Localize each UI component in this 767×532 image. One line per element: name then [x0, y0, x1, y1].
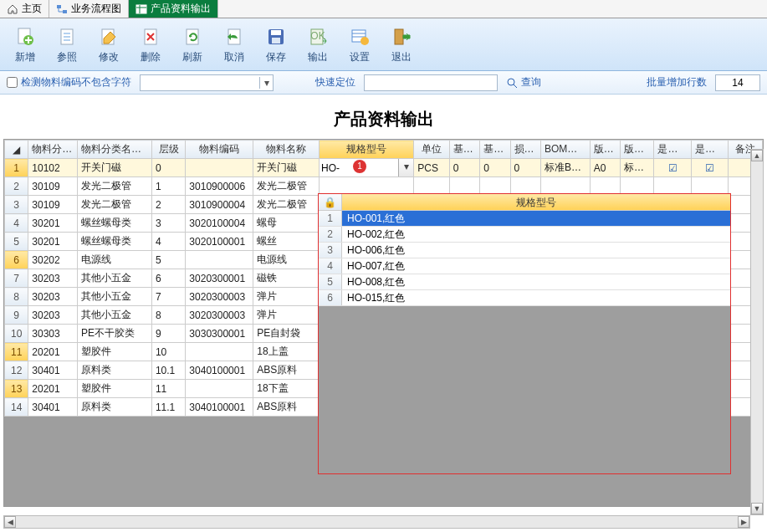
- col-level[interactable]: 层级: [151, 141, 185, 159]
- cell[interactable]: 0: [449, 159, 479, 177]
- cell[interactable]: 30201: [28, 233, 78, 251]
- cell[interactable]: 9: [151, 325, 185, 343]
- col-material-code[interactable]: 物料编码: [186, 141, 253, 159]
- row-number[interactable]: 2: [5, 177, 28, 196]
- cell[interactable]: 8: [151, 306, 185, 325]
- cell[interactable]: 0: [510, 159, 540, 177]
- batch-rows-input[interactable]: [715, 74, 760, 91]
- checkbox-cell[interactable]: ☑: [654, 159, 691, 177]
- cell[interactable]: 塑胶件: [77, 343, 151, 361]
- cell[interactable]: 20201: [28, 380, 78, 398]
- cell[interactable]: 标准版: [621, 159, 654, 177]
- char-combo[interactable]: ▾: [140, 74, 274, 91]
- cell[interactable]: 开关门磁: [77, 159, 151, 177]
- col-base-qty[interactable]: 基本用量: [449, 141, 479, 159]
- cell[interactable]: 6: [151, 269, 185, 288]
- cell[interactable]: 螺丝螺母类: [77, 233, 151, 251]
- cell[interactable]: 塑胶件: [77, 380, 151, 398]
- cell[interactable]: 30401: [28, 361, 78, 380]
- cell[interactable]: 4: [151, 233, 185, 251]
- add-button[interactable]: 新增: [5, 22, 45, 67]
- cell[interactable]: A0: [590, 159, 620, 177]
- cell[interactable]: 30401: [28, 398, 78, 417]
- cell[interactable]: 30201: [28, 214, 78, 233]
- reference-button[interactable]: 参照: [47, 22, 87, 67]
- row-number[interactable]: 9: [5, 306, 28, 325]
- save-button[interactable]: 保存: [256, 22, 296, 67]
- row-number[interactable]: 5: [5, 233, 28, 251]
- cell[interactable]: [186, 251, 253, 269]
- dropdown-item[interactable]: 2HO-002,红色: [319, 227, 730, 243]
- col-version[interactable]: 版本号: [590, 141, 620, 159]
- cell[interactable]: 发光二极管: [253, 177, 320, 196]
- row-number[interactable]: 10: [5, 325, 28, 343]
- cell[interactable]: 弹片: [253, 288, 320, 306]
- row-number[interactable]: 6: [5, 251, 28, 269]
- row-number[interactable]: 4: [5, 214, 28, 233]
- search-button[interactable]: 查询: [506, 75, 541, 90]
- cell[interactable]: 1: [151, 177, 185, 196]
- cell[interactable]: 10.1: [151, 361, 185, 380]
- col-loss-rate[interactable]: 损耗率: [510, 141, 540, 159]
- cell[interactable]: 3020300003: [186, 306, 253, 325]
- dropdown-item[interactable]: 4HO-007,红色: [319, 258, 730, 274]
- col-spec-model[interactable]: 规格型号: [320, 141, 414, 159]
- cancel-button[interactable]: 取消: [214, 22, 254, 67]
- cell[interactable]: PE自封袋: [253, 325, 320, 343]
- row-number[interactable]: 7: [5, 269, 28, 288]
- cell[interactable]: 其他小五金: [77, 269, 151, 288]
- cell[interactable]: 3010900006: [186, 177, 253, 196]
- delete-button[interactable]: 删除: [130, 22, 171, 67]
- cell[interactable]: 原料类: [77, 398, 151, 417]
- cell[interactable]: ABS原料: [253, 361, 320, 380]
- cell[interactable]: 螺母: [253, 214, 320, 233]
- cell[interactable]: 发光二极管: [77, 196, 151, 214]
- cell[interactable]: 螺丝螺母类: [77, 214, 151, 233]
- cell[interactable]: 18上盖: [253, 343, 320, 361]
- row-number[interactable]: 8: [5, 288, 28, 306]
- cell[interactable]: PE不干胶类: [77, 325, 151, 343]
- checkbox-cell[interactable]: ☑: [691, 159, 728, 177]
- cell[interactable]: 10: [151, 343, 185, 361]
- col-is-new-bom[interactable]: 是否新BOM: [654, 141, 691, 159]
- col-unit[interactable]: 单位: [414, 141, 449, 159]
- dropdown-item[interactable]: 1HO-001,红色: [319, 211, 730, 227]
- row-number[interactable]: 3: [5, 196, 28, 214]
- edit-button[interactable]: 修改: [89, 22, 129, 67]
- cell[interactable]: [186, 159, 253, 177]
- cell[interactable]: 30109: [28, 177, 78, 196]
- cell[interactable]: 18下盖: [253, 380, 320, 398]
- cell[interactable]: 开关门磁: [253, 159, 320, 177]
- row-number[interactable]: 14: [5, 398, 28, 417]
- tab-product-output[interactable]: 产品资料输出: [129, 0, 218, 18]
- check-material-code-input[interactable]: [7, 77, 18, 88]
- cell[interactable]: 0: [151, 159, 185, 177]
- col-bom-type[interactable]: BOM类型: [541, 141, 591, 159]
- cell[interactable]: 3040100001: [186, 361, 253, 380]
- col-version-desc[interactable]: 版本说明: [621, 141, 654, 159]
- row-number[interactable]: 11: [5, 343, 28, 361]
- cell[interactable]: 10102: [28, 159, 78, 177]
- cell[interactable]: 发光二极管: [77, 177, 151, 196]
- cell[interactable]: 电源线: [77, 251, 151, 269]
- cell[interactable]: 3020300001: [186, 269, 253, 288]
- dropdown-item[interactable]: 3HO-006,红色: [319, 243, 730, 258]
- cell[interactable]: 3020100001: [186, 233, 253, 251]
- cell[interactable]: 30303: [28, 325, 78, 343]
- cell[interactable]: 11: [151, 380, 185, 398]
- cell[interactable]: ABS原料: [253, 398, 320, 417]
- cell[interactable]: [186, 380, 253, 398]
- cell[interactable]: 发光二极管: [253, 196, 320, 214]
- table-row[interactable]: 110102开关门磁0开关门磁1▾PCS000标准BOMA0标准版☑☑: [5, 159, 763, 177]
- cell[interactable]: [186, 343, 253, 361]
- scroll-up-icon[interactable]: ▲: [751, 150, 763, 161]
- dropdown-arrow-icon[interactable]: ▾: [398, 159, 413, 176]
- col-material-class-name[interactable]: 物料分类名称📌: [77, 141, 151, 159]
- cell[interactable]: 3040100001: [186, 398, 253, 417]
- tab-home[interactable]: 主页: [0, 0, 49, 18]
- locate-input[interactable]: [364, 74, 498, 91]
- dropdown-item[interactable]: 6HO-015,红色: [319, 290, 730, 306]
- check-material-code-checkbox[interactable]: 检测物料编码不包含字符: [7, 75, 131, 90]
- tab-flowchart[interactable]: 业务流程图: [49, 0, 129, 18]
- cell[interactable]: 电源线: [253, 251, 320, 269]
